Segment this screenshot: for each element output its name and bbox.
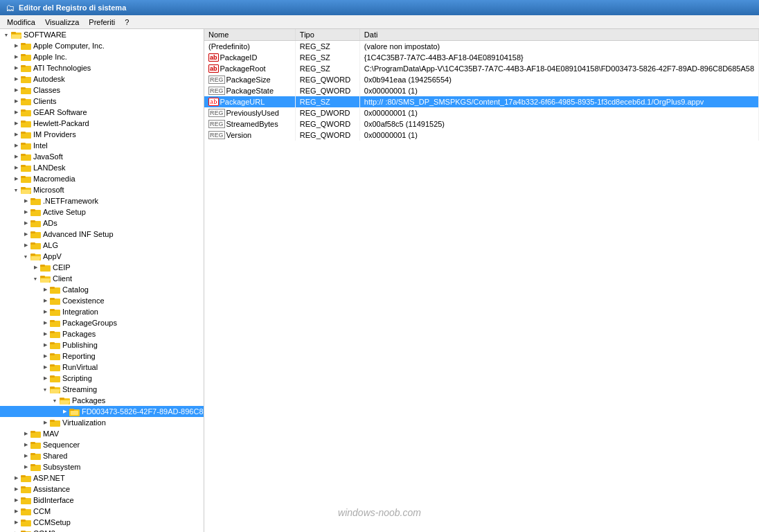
tree-expander[interactable]: ▶ bbox=[11, 118, 21, 128]
tree-node-macromedia[interactable]: ▶ Macromedia bbox=[0, 173, 204, 184]
tree-expander[interactable]: ▶ bbox=[11, 130, 21, 139]
tree-node-catalog[interactable]: ▶ Catalog bbox=[0, 284, 204, 295]
tree-node-netframework[interactable]: ▶ .NETFramework bbox=[0, 195, 204, 206]
tree-node-clients[interactable]: ▶ Clients bbox=[0, 96, 204, 107]
tree-expander[interactable]: ▶ bbox=[40, 329, 50, 339]
tree-node-reporting[interactable]: ▶ Reporting bbox=[0, 351, 204, 362]
table-row[interactable]: (Predefinito)REG_SZ(valore non impostato… bbox=[204, 41, 759, 52]
tree-node-streaming[interactable]: ▼ Streaming bbox=[0, 384, 204, 395]
tree-node-intel[interactable]: ▶ Intel bbox=[0, 140, 204, 151]
tree-node-apple-inc[interactable]: ▶ Apple Inc. bbox=[0, 51, 204, 62]
col-dati[interactable]: Dati bbox=[359, 29, 758, 41]
tree-node-ati[interactable]: ▶ ATI Technologies bbox=[0, 62, 204, 73]
tree-expander[interactable]: ▶ bbox=[21, 229, 30, 239]
tree-node-ccmsetup[interactable]: ▶ CCMSetup bbox=[0, 517, 204, 528]
col-tipo[interactable]: Tipo bbox=[295, 29, 359, 41]
tree-node-hp[interactable]: ▶ Hewlett-Packard bbox=[0, 118, 204, 129]
tree-expander[interactable]: ▶ bbox=[40, 373, 50, 383]
tree-node-ccm[interactable]: ▶ CCM bbox=[0, 506, 204, 517]
tree-node-publishing[interactable]: ▶ Publishing bbox=[0, 339, 204, 351]
tree-expander[interactable]: ▶ bbox=[40, 307, 50, 317]
tree-expander[interactable]: ▶ bbox=[21, 429, 30, 438]
tree-expander[interactable]: ▶ bbox=[21, 440, 30, 450]
tree-expander[interactable]: ▶ bbox=[11, 506, 21, 516]
tree-node-ceip[interactable]: ▶ CEIP bbox=[0, 262, 204, 273]
tree-expander[interactable]: ▶ bbox=[11, 517, 21, 527]
tree-node-javasoft[interactable]: ▶ JavaSoft bbox=[0, 151, 204, 162]
table-row[interactable]: ab PackageRootREG_SZC:\ProgramData\App-V… bbox=[204, 63, 759, 74]
tree-node-advancedinf[interactable]: ▶ Advanced INF Setup bbox=[0, 229, 204, 240]
tree-expander[interactable]: ▶ bbox=[11, 85, 21, 95]
menu-visualizza[interactable]: Visualizza bbox=[41, 17, 83, 27]
tree-expander[interactable]: ▶ bbox=[11, 484, 21, 494]
tree-node-client[interactable]: ▼ Client bbox=[0, 273, 204, 284]
tree-expander[interactable]: ▶ bbox=[21, 196, 30, 206]
tree-expander[interactable]: ▶ bbox=[21, 207, 30, 217]
tree-expander[interactable]: ▶ bbox=[21, 218, 30, 228]
tree-expander[interactable]: ▶ bbox=[40, 285, 50, 294]
tree-expander[interactable]: ▶ bbox=[11, 141, 21, 150]
tree-expander[interactable]: ▼ bbox=[11, 185, 21, 195]
tree-expander[interactable]: ▶ bbox=[40, 296, 50, 305]
tree-node-mav[interactable]: ▶ MAV bbox=[0, 428, 204, 439]
tree-node-shared[interactable]: ▶ Shared bbox=[0, 450, 204, 461]
tree-expander[interactable]: ▶ bbox=[11, 529, 21, 532]
tree-node-com3[interactable]: ▶ COM3 bbox=[0, 528, 204, 532]
tree-expander[interactable]: ▼ bbox=[30, 274, 40, 283]
tree-expander[interactable]: ▶ bbox=[40, 318, 50, 328]
tree-expander[interactable]: ▶ bbox=[11, 74, 21, 84]
tree-expander[interactable]: ▶ bbox=[11, 174, 21, 184]
tree-node-sequencer[interactable]: ▶ Sequencer bbox=[0, 439, 204, 450]
tree-node-ads[interactable]: ▶ ADs bbox=[0, 218, 204, 229]
tree-expander[interactable]: ▼ bbox=[50, 396, 60, 405]
tree-expander[interactable]: ▶ bbox=[11, 52, 21, 62]
tree-node-autodesk[interactable]: ▶ Autodesk bbox=[0, 73, 204, 85]
tree-node-apple-computer[interactable]: ▶ Apple Computer, Inc. bbox=[0, 40, 204, 51]
tree-expander[interactable]: ▶ bbox=[11, 63, 21, 73]
tree-node-landesk[interactable]: ▶ LANDesk bbox=[0, 162, 204, 173]
table-row[interactable]: ab PackageURLREG_SZhttp:// :80/SMS_DP_SM… bbox=[204, 96, 759, 107]
tree-node-scripting[interactable]: ▶ Scripting bbox=[0, 373, 204, 384]
tree-node-assistance[interactable]: ▶ Assistance bbox=[0, 484, 204, 495]
menu-help[interactable]: ? bbox=[120, 17, 133, 27]
tree-expander[interactable]: ▶ bbox=[11, 41, 21, 51]
tree-node-integration[interactable]: ▶ Integration bbox=[0, 306, 204, 317]
table-row[interactable]: REG PreviouslyUsedREG_DWORD0x00000001 (1… bbox=[204, 107, 759, 118]
tree-node-packagegroups[interactable]: ▶ PackageGroups bbox=[0, 317, 204, 328]
tree-node-packages2[interactable]: ▼ Packages bbox=[0, 395, 204, 406]
tree-expander[interactable]: ▶ bbox=[40, 340, 50, 350]
table-row[interactable]: REG StreamedBytesREG_QWORD0x00af58c5 (11… bbox=[204, 118, 759, 130]
tree-node-appv[interactable]: ▼ AppV bbox=[0, 251, 204, 262]
tree-node-bidinterface[interactable]: ▶ BidInterface bbox=[0, 495, 204, 506]
tree-node-fd003473[interactable]: ▶ FD003473-5826-42F7-89AD-896C8D685A58 bbox=[0, 406, 204, 417]
tree-expander[interactable]: ▶ bbox=[11, 495, 21, 505]
tree-node-virtualization[interactable]: ▶ Virtualization bbox=[0, 417, 204, 428]
tree-expander[interactable]: ▶ bbox=[11, 473, 21, 483]
tree-expander[interactable]: ▼ bbox=[40, 384, 50, 394]
menu-preferiti[interactable]: Preferiti bbox=[84, 17, 119, 27]
tree-expander[interactable]: ▶ bbox=[11, 163, 21, 172]
table-row[interactable]: REG PackageStateREG_QWORD0x00000001 (1) bbox=[204, 85, 759, 96]
tree-node-classes[interactable]: ▶ Classes bbox=[0, 85, 204, 96]
tree-node-subsystem[interactable]: ▶ Subsystem bbox=[0, 461, 204, 472]
tree-expander[interactable]: ▶ bbox=[11, 107, 21, 117]
tree-node-activesetup[interactable]: ▶ Active Setup bbox=[0, 206, 204, 218]
tree-node-packages[interactable]: ▶ Packages bbox=[0, 328, 204, 339]
table-row[interactable]: ab PackageIDREG_SZ{1C4C35B7-7A7C-44B3-AF… bbox=[204, 52, 759, 63]
tree-expander[interactable]: ▶ bbox=[40, 418, 50, 427]
tree-node-im[interactable]: ▶ IM Providers bbox=[0, 129, 204, 140]
tree-expander[interactable]: ▶ bbox=[11, 96, 21, 106]
tree-expander[interactable]: ▶ bbox=[60, 407, 69, 416]
tree-node-aspnet[interactable]: ▶ ASP.NET bbox=[0, 472, 204, 484]
tree-node-alg[interactable]: ▶ ALG bbox=[0, 240, 204, 251]
tree-node-gear[interactable]: ▶ GEAR Software bbox=[0, 107, 204, 118]
tree-expander[interactable]: ▶ bbox=[11, 152, 21, 161]
table-row[interactable]: REG VersionREG_QWORD0x00000001 (1) bbox=[204, 130, 759, 141]
tree-node-microsoft[interactable]: ▼ Microsoft bbox=[0, 184, 204, 195]
tree-node-software[interactable]: ▼ SOFTWARE bbox=[0, 29, 204, 40]
tree-expander[interactable]: ▶ bbox=[21, 462, 30, 472]
tree-expander[interactable]: ▼ bbox=[1, 30, 11, 39]
menu-modifica[interactable]: Modifica bbox=[3, 17, 39, 27]
tree-node-runvirtual[interactable]: ▶ RunVirtual bbox=[0, 362, 204, 373]
tree-expander[interactable]: ▶ bbox=[21, 240, 30, 250]
